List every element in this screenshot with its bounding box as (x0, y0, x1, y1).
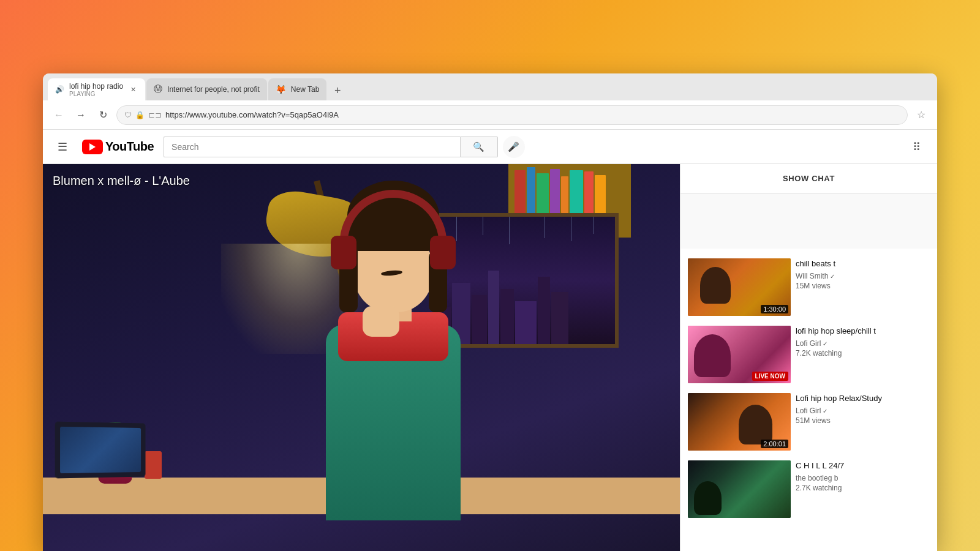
rec-duration-1: 1:30:00 (761, 305, 788, 313)
video-title-overlay: Blumen x mell-ø - L'Aube (53, 174, 190, 188)
lock-icon: 🔒 (135, 111, 145, 119)
rec-thumb-2: LIVE NOW (688, 326, 791, 383)
verified-check-2: ✓ (823, 340, 827, 347)
search-container: 🔍 🎤 (164, 136, 524, 158)
firefox-icon: 🦊 (276, 84, 286, 94)
rec-views-4: 2.7K watching (796, 484, 930, 492)
rec-channel-3: Lofi Girl ✓ (796, 407, 930, 415)
tab-lofi[interactable]: 🔊 lofi hip hop radio PLAYING ✕ (48, 78, 145, 100)
rec-info-2: lofi hip hop sleep/chill t Lofi Girl ✓ 7… (796, 326, 930, 383)
search-button[interactable]: 🔍 (460, 137, 498, 157)
rec-duration-3: 2:00:01 (761, 440, 788, 448)
building (515, 301, 537, 344)
recommendation-item-3[interactable]: 2:00:01 Lofi hip hop Relax/Study Lofi Gi… (680, 388, 937, 455)
recommendation-item-1[interactable]: 1:30:00 chill beats t Will Smith ✓ 15M v… (680, 253, 937, 321)
bookmark-button[interactable]: ☆ (913, 107, 930, 124)
tab-newtab[interactable]: 🦊 New Tab (268, 78, 326, 100)
tab-title-newtab: New Tab (291, 85, 319, 94)
rain-drop (594, 217, 594, 234)
book-3 (537, 173, 549, 216)
rec-title-1: chill beats t (796, 258, 930, 269)
new-tab-button[interactable]: + (328, 81, 347, 100)
book-8 (595, 175, 606, 217)
show-chat-label: SHOW CHAT (783, 174, 835, 183)
city-buildings (439, 246, 615, 344)
browser-window: 🔊 lofi hip hop radio PLAYING ✕ Ⓜ Interne… (43, 73, 937, 551)
rain-drop (509, 217, 510, 244)
city-window (435, 213, 619, 348)
sidebar: SHOW CHAT 1:30:00 (680, 164, 937, 551)
video-title-text: Blumen x mell-ø - L'Aube (53, 174, 190, 187)
search-input[interactable] (164, 137, 459, 157)
verified-check-1: ✓ (830, 273, 835, 280)
character-hand (363, 306, 399, 337)
apps-button[interactable]: ⠿ (905, 136, 927, 158)
url-text: https://www.youtube.com/watch?v=5qap5aO4… (165, 110, 900, 119)
youtube-logo-icon (82, 140, 103, 154)
recommendation-item-4[interactable]: C H I L L 24/7 the bootleg b 2.7K watchi… (680, 455, 937, 523)
rain-drop (483, 217, 483, 235)
mozilla-icon: Ⓜ (154, 84, 162, 95)
headphone-right (430, 236, 456, 269)
chat-area-collapsed (680, 193, 937, 249)
verified-check-3: ✓ (823, 408, 827, 414)
building (472, 295, 487, 344)
book-1 (514, 170, 526, 219)
voice-search-button[interactable]: 🎤 (503, 136, 525, 158)
rec-info-4: C H I L L 24/7 the bootleg b 2.7K watchi… (796, 460, 930, 518)
rec-thumb-4 (688, 460, 791, 518)
rain-drop (571, 217, 571, 241)
toolbar: ← → ↻ 🛡 🔒 ⊏⊐ https://www.youtube.com/wat… (43, 100, 937, 130)
rec-thumb-3: 2:00:01 (688, 393, 791, 451)
tab-title-lofi: lofi hip hop radio (69, 82, 123, 91)
rec-views-2: 7.2K watching (796, 349, 930, 358)
tab-title-mozilla: Internet for people, not profit (167, 85, 260, 94)
reload-button[interactable]: ↻ (94, 107, 111, 124)
reader-icon: ⊏⊐ (148, 110, 162, 119)
rec-thumb-1: 1:30:00 (688, 258, 791, 316)
rec-channel-1: Will Smith ✓ (796, 272, 930, 280)
rain-drop (545, 217, 545, 238)
rec-views-1: 15M views (796, 282, 930, 290)
back-button[interactable]: ← (50, 107, 67, 124)
tab-mozilla[interactable]: Ⓜ Internet for people, not profit (146, 78, 267, 100)
show-chat-button[interactable]: SHOW CHAT (680, 164, 937, 193)
recommendations-list: 1:30:00 chill beats t Will Smith ✓ 15M v… (680, 249, 937, 551)
building (500, 289, 514, 344)
main-content: Blumen x mell-ø - L'Aube SHOW CHAT (43, 164, 937, 551)
live-badge-2: LIVE NOW (752, 372, 788, 381)
video-area: Blumen x mell-ø - L'Aube (43, 164, 680, 551)
laptop-screen-glow (60, 427, 141, 473)
url-bar[interactable]: 🛡 🔒 ⊏⊐ https://www.youtube.com/watch?v=5… (116, 105, 908, 125)
anime-scene (43, 164, 680, 551)
youtube-header: ☰ YouTube 🔍 🎤 ⠿ (43, 130, 937, 164)
laptop-screen (55, 421, 145, 478)
building (551, 292, 568, 344)
page-content: ☰ YouTube 🔍 🎤 ⠿ (43, 130, 937, 551)
rec-title-2: lofi hip hop sleep/chill t (796, 326, 930, 337)
youtube-logo-text: YouTube (105, 140, 154, 154)
rec-info-1: chill beats t Will Smith ✓ 15M views (796, 258, 930, 316)
book-6 (570, 170, 583, 219)
sound-icon: 🔊 (55, 85, 64, 94)
rec-title-4: C H I L L 24/7 (796, 460, 930, 471)
book-7 (584, 171, 594, 219)
rec-info-3: Lofi hip hop Relax/Study Lofi Girl ✓ 51M… (796, 393, 930, 451)
rec-channel-4: the bootleg b (796, 474, 930, 482)
recommendation-item-2[interactable]: LIVE NOW lofi hip hop sleep/chill t Lofi… (680, 321, 937, 388)
pencil-cup (145, 451, 162, 479)
forward-button[interactable]: → (72, 107, 89, 124)
tab-bar: 🔊 lofi hip hop radio PLAYING ✕ Ⓜ Interne… (43, 73, 937, 100)
building (488, 271, 499, 344)
youtube-logo[interactable]: YouTube (82, 140, 154, 154)
shield-icon: 🛡 (124, 111, 132, 119)
headphone-left (331, 236, 356, 269)
book-5 (561, 176, 568, 213)
video-player[interactable]: Blumen x mell-ø - L'Aube (43, 164, 680, 551)
building (538, 277, 550, 344)
rec-channel-2: Lofi Girl ✓ (796, 339, 930, 348)
tab-close-lofi[interactable]: ✕ (128, 84, 138, 94)
menu-button[interactable]: ☰ (53, 135, 72, 159)
tab-subtitle-lofi: PLAYING (69, 91, 123, 97)
rain-drop (456, 217, 457, 241)
